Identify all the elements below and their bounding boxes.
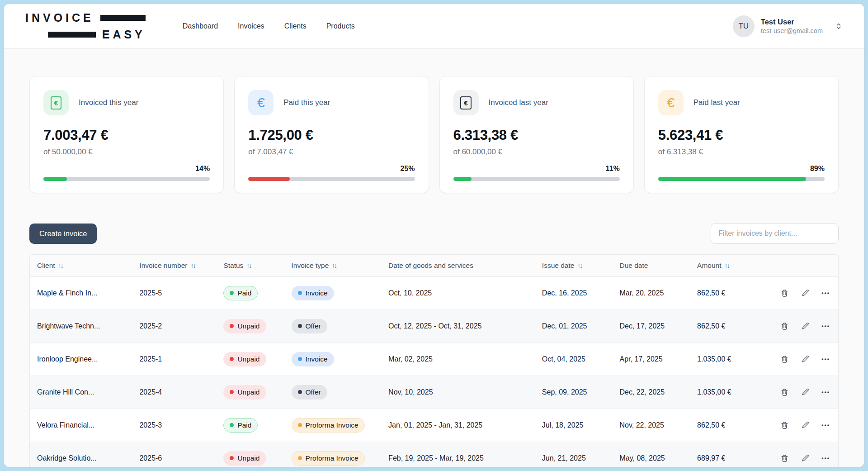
stats-row: € Invoiced this year 7.003,47 € of 50.00… <box>29 76 839 193</box>
client-cell: Maple & Finch In... <box>30 276 135 309</box>
status-dot-icon <box>230 324 234 328</box>
status-label: Unpaid <box>237 355 259 363</box>
invoice-type-badge: Offer <box>292 385 327 400</box>
goods-date-cell: Oct, 12, 2025 - Oct, 31, 2025 <box>384 309 538 343</box>
table-row: Brightwave Techn... 2025-2 Unpaid Offer … <box>30 309 838 343</box>
user-name: Test User <box>761 18 823 26</box>
more-actions-button[interactable]: ••• <box>820 452 832 464</box>
status-badge: Unpaid <box>223 385 266 400</box>
goods-date-cell: Jan, 01, 2025 - Jan, 31, 2025 <box>384 409 538 442</box>
more-actions-button[interactable]: ••• <box>820 386 832 398</box>
stat-of-total: of 6.313,38 € <box>658 147 825 157</box>
goods-date-cell: Nov, 10, 2025 <box>384 376 538 409</box>
status-cell: Unpaid <box>219 442 287 467</box>
more-actions-button[interactable]: ••• <box>820 353 832 365</box>
status-label: Unpaid <box>237 322 259 330</box>
logo-text-line1: INVOICE <box>25 11 94 24</box>
stat-percent: 25% <box>248 165 415 173</box>
logo-text-line2: EASY <box>102 28 146 41</box>
type-dot-icon <box>298 390 302 394</box>
edit-invoice-button[interactable] <box>799 419 811 431</box>
type-cell: Invoice <box>287 276 384 309</box>
status-cell: Unpaid <box>219 343 287 376</box>
progress-fill <box>248 177 290 181</box>
issue-date-cell: Jul, 18, 2025 <box>538 409 615 442</box>
goods-date-cell: Mar, 02, 2025 <box>384 343 538 376</box>
sort-icon[interactable]: ↑↓ <box>577 262 582 269</box>
col-invoice-type: Invoice type↑↓ <box>287 255 384 276</box>
logo-bar-icon <box>100 15 146 21</box>
edit-invoice-button[interactable] <box>799 287 811 299</box>
sort-icon[interactable]: ↑↓ <box>190 262 195 269</box>
edit-invoice-button[interactable] <box>799 320 811 332</box>
actions-cell: ••• <box>768 276 838 309</box>
stat-label: Invoiced last year <box>489 98 548 107</box>
app-window: INVOICE EASY Dashboard Invoices Clients … <box>4 4 864 467</box>
table-row: Oakridge Solutio... 2025-6 Unpaid Profor… <box>30 442 838 467</box>
issue-date-cell: Jun, 21, 2025 <box>538 442 615 467</box>
status-badge: Paid <box>223 418 258 433</box>
status-label: Unpaid <box>237 454 259 462</box>
type-label: Invoice <box>306 289 328 297</box>
status-badge: Unpaid <box>223 451 266 466</box>
due-date-cell: Dec, 22, 2025 <box>615 376 693 409</box>
col-invoice-number: Invoice number↑↓ <box>135 255 219 276</box>
stat-card-paid-this-year: € Paid this year 1.725,00 € of 7.003,47 … <box>234 76 429 193</box>
type-dot-icon <box>298 423 302 427</box>
euro-icon: € <box>658 90 684 115</box>
status-dot-icon <box>230 456 234 460</box>
edit-invoice-button[interactable] <box>799 452 811 464</box>
user-email: test-user@gmail.com <box>761 27 823 34</box>
more-actions-button[interactable]: ••• <box>820 419 832 431</box>
edit-invoice-button[interactable] <box>799 353 811 365</box>
due-date-cell: Apr, 17, 2025 <box>615 343 693 376</box>
stat-value: 1.725,00 € <box>248 127 415 143</box>
status-label: Paid <box>237 421 251 429</box>
sort-icon[interactable]: ↑↓ <box>725 262 729 269</box>
nav-clients[interactable]: Clients <box>284 22 307 30</box>
actions-cell: ••• <box>768 376 838 409</box>
due-date-cell: Mar, 20, 2025 <box>615 276 693 309</box>
create-invoice-button[interactable]: Create invoice <box>29 224 97 244</box>
type-cell: Offer <box>287 376 384 409</box>
stat-value: 6.313,38 € <box>453 127 620 143</box>
user-menu[interactable]: TU Test User test-user@gmail.com <box>733 15 843 37</box>
invoice-number-cell: 2025-1 <box>135 343 219 376</box>
nav-dashboard[interactable]: Dashboard <box>183 22 218 30</box>
delete-invoice-button[interactable] <box>778 452 791 464</box>
due-date-cell: Dec, 17, 2025 <box>615 309 693 343</box>
delete-invoice-button[interactable] <box>778 419 791 431</box>
sort-icon[interactable]: ↑↓ <box>332 262 336 269</box>
due-date-cell: May, 08, 2025 <box>615 442 693 467</box>
sort-icon[interactable]: ↑↓ <box>58 262 63 269</box>
issue-date-cell: Oct, 04, 2025 <box>538 343 615 376</box>
type-label: Invoice <box>306 355 328 363</box>
nav-invoices[interactable]: Invoices <box>238 22 264 30</box>
table-row: Granite Hill Con... 2025-4 Unpaid Offer … <box>30 376 838 409</box>
avatar: TU <box>733 15 755 37</box>
invoice-type-badge: Proforma Invoice <box>292 451 365 466</box>
goods-date-cell: Feb, 19, 2025 - Mar, 19, 2025 <box>384 442 538 467</box>
sort-icon[interactable]: ↑↓ <box>246 262 251 269</box>
progress-fill <box>43 177 67 181</box>
amount-cell: 862,50 € <box>693 276 768 309</box>
logo-bar-icon <box>48 32 96 38</box>
nav-products[interactable]: Products <box>326 22 355 30</box>
actions-cell: ••• <box>768 343 838 376</box>
amount-cell: 689,97 € <box>693 442 768 467</box>
delete-invoice-button[interactable] <box>778 386 791 398</box>
more-actions-button[interactable]: ••• <box>820 320 832 332</box>
stat-card-invoiced-last-year: € Invoiced last year 6.313,38 € of 60.00… <box>439 76 634 193</box>
status-badge: Unpaid <box>223 352 266 366</box>
delete-invoice-button[interactable] <box>778 287 791 299</box>
type-dot-icon <box>298 357 302 361</box>
delete-invoice-button[interactable] <box>778 353 791 365</box>
status-cell: Paid <box>219 276 287 309</box>
edit-invoice-button[interactable] <box>799 386 811 398</box>
delete-invoice-button[interactable] <box>778 320 791 332</box>
app-logo[interactable]: INVOICE EASY <box>25 11 146 41</box>
filter-invoices-input[interactable] <box>711 223 839 244</box>
more-actions-button[interactable]: ••• <box>820 287 832 299</box>
stat-label: Paid this year <box>283 98 330 107</box>
invoice-number-cell: 2025-2 <box>135 309 219 343</box>
